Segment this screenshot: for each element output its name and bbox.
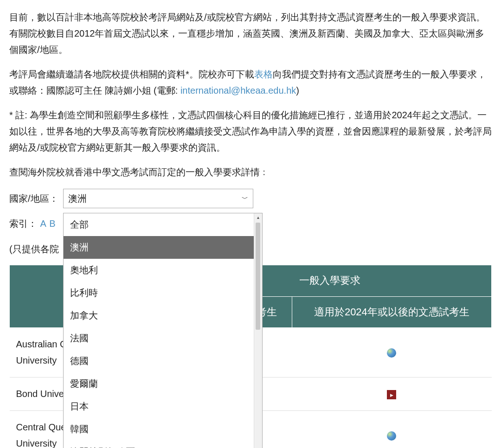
country-option-10[interactable]: 澳門特別行政區 xyxy=(64,441,254,448)
country-label: 國家/地區： xyxy=(9,191,58,207)
intro-paragraph-2: 考評局會繼續邀請各地院校提供相關的資料*。院校亦可下載表格向我們提交對持有文憑試… xyxy=(9,66,492,99)
country-select[interactable]: 澳洲 ﹀ xyxy=(63,189,253,208)
country-dropdown-list: 全部澳洲奧地利比利時加拿大法國德國愛爾蘭日本韓國澳門特別行政區馬來西亞新西蘭新加… xyxy=(64,213,254,448)
req-post-cell xyxy=(292,411,491,448)
email-link[interactable]: international@hkeaa.edu.hk xyxy=(180,85,296,96)
country-select-wrap: 澳洲 ﹀ 全部澳洲奧地利比利時加拿大法國德國愛爾蘭日本韓國澳門特別行政區馬來西亞… xyxy=(63,189,253,208)
scroll-up-button[interactable]: ▴ xyxy=(254,213,262,222)
country-option-3[interactable]: 比利時 xyxy=(64,282,254,304)
dropdown-scrollbar[interactable]: ▴ ▾ xyxy=(254,213,262,448)
scroll-thumb[interactable] xyxy=(256,223,260,330)
country-option-4[interactable]: 加拿大 xyxy=(64,304,254,327)
country-option-9[interactable]: 韓國 xyxy=(64,418,254,441)
country-select-value: 澳洲 xyxy=(68,191,87,207)
country-field-row: 國家/地區： 澳洲 ﹀ 全部澳洲奧地利比利時加拿大法國德國愛爾蘭日本韓國澳門特別… xyxy=(9,189,492,208)
country-option-6[interactable]: 德國 xyxy=(64,350,254,372)
country-option-1[interactable]: 澳洲 xyxy=(64,236,254,259)
index-letter-B[interactable]: B xyxy=(49,218,58,229)
globe-icon[interactable] xyxy=(387,431,396,441)
index-letter-A[interactable]: A xyxy=(40,218,49,229)
country-option-8[interactable]: 日本 xyxy=(64,395,254,418)
header-post-2024: 適用於2024年或以後的文憑試考生 xyxy=(292,296,491,328)
pdf-icon[interactable] xyxy=(387,390,396,399)
index-letters: A B xyxy=(40,218,59,229)
p2-text-c: ) xyxy=(296,85,299,96)
lookup-paragraph: 查閱海外院校就香港中學文憑考試而訂定的一般入學要求詳情﹕ xyxy=(9,164,492,180)
req-post-cell xyxy=(292,328,491,378)
req-post-cell xyxy=(292,378,491,411)
globe-icon[interactable] xyxy=(387,348,396,358)
country-option-5[interactable]: 法國 xyxy=(64,327,254,350)
country-dropdown-panel: 全部澳洲奧地利比利時加拿大法國德國愛爾蘭日本韓國澳門特別行政區馬來西亞新西蘭新加… xyxy=(63,213,263,448)
country-option-0[interactable]: 全部 xyxy=(64,213,254,236)
form-link[interactable]: 表格 xyxy=(254,69,273,79)
scroll-down-button[interactable]: ▾ xyxy=(254,445,262,448)
p2-text-a: 考評局會繼續邀請各地院校提供相關的資料*。院校亦可下載 xyxy=(9,69,254,79)
intro-paragraph-1: 目前，數以百計非本地高等院校於考評局網站及/或院校官方網站，列出其對持文憑試資歷… xyxy=(9,9,492,58)
country-option-7[interactable]: 愛爾蘭 xyxy=(64,372,254,395)
chevron-down-icon: ﹀ xyxy=(242,193,248,205)
note-paragraph: * 註: 為學生創造空間和照顧學生多樣性，文憑試四個核心科目的優化措施經已推行，… xyxy=(9,107,492,156)
index-label: 索引： xyxy=(9,218,37,229)
scroll-track[interactable] xyxy=(254,222,262,445)
country-option-2[interactable]: 奧地利 xyxy=(64,259,254,282)
